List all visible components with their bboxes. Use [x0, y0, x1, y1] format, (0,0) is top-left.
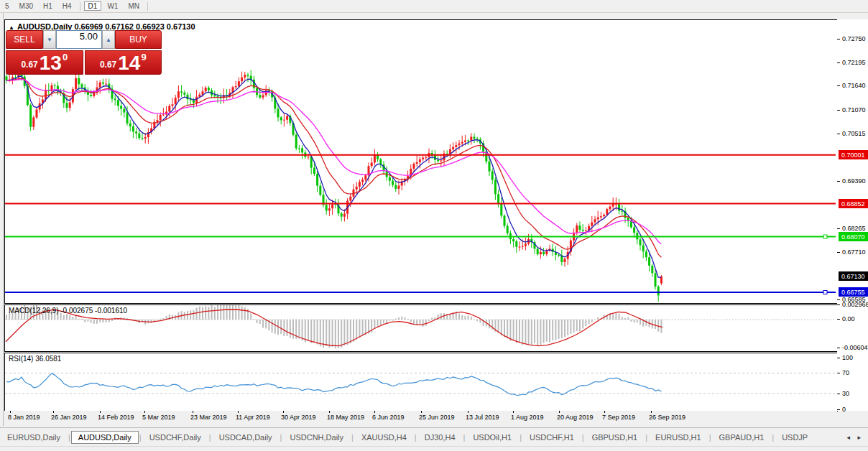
date-tick [468, 411, 468, 413]
date-tick-label: 7 Sep 2019 [602, 414, 635, 421]
level-line-handle[interactable] [823, 290, 827, 294]
tab-separator: | [645, 433, 647, 442]
tab-gbpusd-h1[interactable]: GBPUSD,H1 [585, 431, 645, 444]
tab-separator: | [351, 433, 354, 442]
timeframe-button-d1[interactable]: D1 [84, 1, 102, 11]
tab-separator: | [709, 433, 711, 442]
tab-scroll-arrows[interactable]: ◂ ▸ [846, 434, 868, 441]
tab-separator: | [280, 433, 282, 442]
level-line-handle[interactable] [823, 235, 827, 238]
tab-xauusd-h4[interactable]: XAUUSD,H4 [354, 431, 414, 444]
rsi-tick-label: 30 [842, 390, 849, 397]
date-tick-label: 11 Apr 2019 [236, 414, 270, 421]
toolbar-separator [80, 2, 80, 11]
axis-tick [837, 319, 840, 320]
date-tick-label: 13 Jul 2019 [466, 414, 499, 421]
price-tick-label: 0.71640 [842, 82, 866, 89]
axis-tick [837, 62, 840, 63]
rsi-tick-label: 0 [842, 406, 846, 413]
date-tick-label: 1 Aug 2019 [511, 414, 544, 421]
timeframe-button-h1[interactable]: H1 [39, 1, 57, 11]
level-price-label: 0.70001 [839, 150, 868, 159]
tab-usdcad-daily[interactable]: USDCAD,Daily [212, 431, 280, 444]
tab-usdjp[interactable]: USDJP [775, 431, 815, 444]
date-tick-label: 18 May 2019 [327, 414, 364, 421]
tab-usdoil-h1[interactable]: USDOil,H1 [466, 431, 519, 444]
macd-panel[interactable]: MACD(12,26,9) -0.002675 -0.001610 [4, 304, 838, 352]
tab-usdchf-h1[interactable]: USDCHF,H1 [522, 431, 581, 444]
axis-tick [837, 304, 840, 305]
lot-decrease-button[interactable]: ▼ [43, 30, 56, 49]
date-tick [53, 411, 54, 413]
buy-button[interactable]: BUY [115, 30, 162, 49]
tab-separator: | [209, 433, 211, 442]
tab-separator: | [68, 433, 70, 442]
date-tick-label: 5 Mar 2019 [142, 414, 175, 421]
macd-canvas [5, 305, 836, 350]
date-tick-label: 26 Sep 2019 [649, 414, 685, 421]
price-tick-label: 0.68265 [842, 225, 866, 232]
price-tick-label: 0.71070 [842, 106, 866, 113]
timeframe-button-5[interactable]: 5 [1, 1, 14, 11]
ma-fast-line [6, 76, 661, 277]
bid-price-big: 13 [40, 54, 62, 73]
tab-separator: | [415, 433, 417, 442]
date-tick [100, 411, 101, 413]
axis-tick [837, 348, 840, 348]
timeframe-button-m30[interactable]: M30 [15, 1, 37, 11]
lot-size-input[interactable]: 5.00 [56, 30, 102, 49]
price-tick-label: 0.67710 [842, 248, 866, 256]
tab-gbpaud-h1[interactable]: GBPAUD,H1 [712, 431, 772, 444]
axis-tick [837, 409, 840, 410]
timeframe-button-w1[interactable]: W1 [103, 1, 122, 11]
ask-price-display[interactable]: 0.67 14 9 [85, 50, 162, 75]
macd-tick-label: 0.002968 [842, 301, 868, 308]
mt4-window: 5M30H1H4D1W1MN ▲AUDUSD,Daily 0.66969 0.6… [0, 0, 868, 451]
tab-audusd-daily[interactable]: AUDUSD,Daily [71, 431, 139, 444]
rsi-label: RSI(14) 36.0581 [9, 355, 61, 363]
bid-price-prefix: 0.67 [21, 60, 37, 70]
date-tick [513, 411, 514, 413]
tab-eurusd-daily[interactable]: EURUSD,Daily [0, 431, 68, 444]
lot-increase-button[interactable]: ▲ [102, 30, 115, 49]
toolbar-separator [147, 2, 148, 11]
tab-usdchf-daily[interactable]: USDCHF,Daily [142, 431, 208, 444]
date-tick-label: 30 Apr 2019 [281, 414, 316, 421]
level-price-label: 0.68852 [839, 199, 868, 208]
tab-separator: | [139, 433, 142, 442]
current-bid-price-label: 0.67130 [839, 271, 868, 281]
date-tick [329, 411, 330, 413]
tab-eurusd-h1[interactable]: EURUSD,H1 [648, 431, 708, 444]
window-left-edge [3, 13, 4, 426]
chart-tab-bar: EURUSD,Daily|AUDUSD,Daily|USDCHF,Daily|U… [0, 427, 868, 447]
ask-price-big: 14 [118, 54, 140, 73]
date-tick [283, 411, 284, 413]
date-tick [10, 411, 11, 413]
axis-tick [837, 299, 840, 300]
date-tick [559, 411, 560, 413]
timeframe-button-h4[interactable]: H4 [58, 1, 76, 11]
price-tick-label: 0.69390 [842, 177, 866, 185]
date-tick [144, 411, 145, 413]
bid-price-pip: 0 [63, 52, 68, 62]
timeframe-toolbar: 5M30H1H4D1W1MN [0, 0, 868, 13]
axis-tick [837, 373, 840, 373]
tab-usdcnh-daily[interactable]: USDCNH,Daily [282, 431, 351, 444]
date-tick-label: 26 Jan 2019 [51, 414, 87, 421]
date-tick [604, 411, 605, 413]
macd-tick-label: 0.00 [842, 315, 855, 322]
ask-price-pip: 9 [141, 52, 146, 62]
bid-price-display[interactable]: 0.67 13 0 [6, 50, 83, 75]
axis-tick [837, 358, 840, 358]
axis-tick [837, 85, 840, 86]
tab-dj30-h4[interactable]: DJ30,H4 [417, 431, 463, 444]
date-tick-label: 6 Jun 2019 [372, 414, 405, 421]
ma-slow-line [6, 79, 661, 243]
date-tick-label: 25 Jun 2019 [419, 414, 455, 421]
one-click-trade-panel: SELL ▼ 5.00 ▲ BUY 0.67 13 0 0.67 14 9 [6, 30, 162, 75]
level-price-label: 0.66755 [839, 287, 868, 297]
rsi-panel[interactable]: RSI(14) 36.0581 [4, 353, 838, 412]
timeframe-button-mn[interactable]: MN [124, 1, 144, 11]
sell-button[interactable]: SELL [6, 30, 43, 49]
ask-price-prefix: 0.67 [100, 60, 116, 70]
